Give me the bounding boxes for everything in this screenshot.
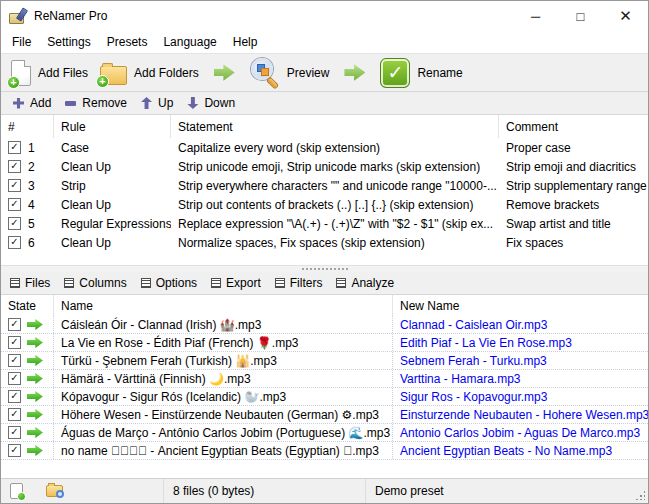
rule-row[interactable]: ✓6 Clean Up Normalize spaces, Fix spaces… bbox=[1, 233, 648, 252]
rule-checkbox[interactable]: ✓ bbox=[8, 179, 21, 192]
columns-menu-icon bbox=[64, 278, 74, 288]
options-menu-icon bbox=[141, 278, 151, 288]
file-row[interactable]: ✓ Kópavogur - Sigur Rós (Icelandic) 🦭.mp… bbox=[1, 388, 648, 406]
maximize-button[interactable]: □ bbox=[558, 1, 603, 31]
add-rule-icon bbox=[13, 98, 24, 109]
file-row[interactable]: ✓ Höhere Wesen - Einstürzende Neubauten … bbox=[1, 406, 648, 424]
add-rule-button[interactable]: Add bbox=[6, 94, 58, 112]
rule-row[interactable]: ✓1 Case Capitalize every word (skip exte… bbox=[1, 138, 648, 157]
file-checkbox[interactable]: ✓ bbox=[8, 372, 21, 385]
move-up-button[interactable]: Up bbox=[134, 94, 180, 112]
rule-statement: Strip out contents of brackets (..) [..]… bbox=[171, 198, 499, 212]
menu-language[interactable]: Language bbox=[155, 32, 224, 52]
rename-state-arrow-icon bbox=[27, 445, 43, 456]
rule-name: Clean Up bbox=[54, 198, 171, 212]
remove-rule-button[interactable]: Remove bbox=[58, 94, 134, 112]
file-row[interactable]: ✓ Hämärä - Värttinä (Finnish) 🌙.mp3 Vart… bbox=[1, 370, 648, 388]
export-menu-button[interactable]: Export bbox=[211, 276, 261, 290]
rename-button[interactable]: ✓ Rename bbox=[374, 55, 468, 91]
file-name: Höhere Wesen - Einstürzende Neubauten (G… bbox=[54, 406, 393, 423]
rule-checkbox[interactable]: ✓ bbox=[8, 198, 21, 211]
files-menu-button[interactable]: Files bbox=[10, 276, 50, 290]
rename-state-arrow-icon bbox=[27, 373, 43, 384]
rule-row[interactable]: ✓3 Strip Strip everywhere characters "" … bbox=[1, 176, 648, 195]
file-row[interactable]: ✓ Türkü - Şebnem Ferah (Turkish) 🕌.mp3 S… bbox=[1, 352, 648, 370]
files-header-state[interactable]: State bbox=[1, 295, 54, 316]
rule-name: Clean Up bbox=[54, 160, 171, 174]
rules-header-statement[interactable]: Statement bbox=[171, 115, 499, 138]
move-up-icon bbox=[141, 97, 152, 109]
preview-label: Preview bbox=[287, 66, 330, 80]
menu-file[interactable]: File bbox=[4, 32, 39, 52]
rules-header-num[interactable]: # bbox=[1, 115, 54, 138]
file-name: no name 𓀀𓀀𓁐𓁐 - Ancient Egyptian Beats (E… bbox=[54, 442, 393, 459]
rule-row[interactable]: ✓2 Clean Up Strip unicode emoji, Strip u… bbox=[1, 157, 648, 176]
title-bar: ReNamer Pro ─ □ ✕ bbox=[1, 1, 648, 31]
rule-name: Case bbox=[54, 141, 171, 155]
rules-header-comment[interactable]: Comment bbox=[499, 115, 648, 138]
preview-button[interactable]: Preview bbox=[244, 55, 336, 91]
rule-checkbox[interactable]: ✓ bbox=[8, 217, 21, 230]
analyze-menu-button[interactable]: Analyze bbox=[336, 276, 394, 290]
columns-menu-button[interactable]: Columns bbox=[64, 276, 126, 290]
rule-statement: Strip unicode emoji, Strip unicode marks… bbox=[171, 160, 499, 174]
rules-header-rule[interactable]: Rule bbox=[54, 115, 171, 138]
rule-comment: Fix spaces bbox=[499, 236, 648, 250]
file-row[interactable]: ✓ no name 𓀀𓀀𓁐𓁐 - Ancient Egyptian Beats … bbox=[1, 442, 648, 460]
file-checkbox[interactable]: ✓ bbox=[8, 426, 21, 439]
filters-menu-button[interactable]: Filters bbox=[275, 276, 323, 290]
files-menu-icon bbox=[10, 278, 20, 288]
status-files-count: 8 files (0 bytes) bbox=[164, 479, 366, 503]
rule-name: Strip bbox=[54, 179, 171, 193]
rename-state-arrow-icon bbox=[27, 409, 43, 420]
rules-table: # Rule Statement Comment ✓1 Case Capital… bbox=[1, 115, 648, 252]
rule-checkbox[interactable]: ✓ bbox=[8, 141, 21, 154]
main-toolbar: + Add Files + Add Folders Preview ✓ Rena… bbox=[1, 53, 648, 92]
file-checkbox[interactable]: ✓ bbox=[8, 336, 21, 349]
file-row[interactable]: ✓ Águas de Março - Antônio Carlos Jobim … bbox=[1, 424, 648, 442]
rename-state-arrow-icon bbox=[27, 319, 43, 330]
add-files-icon: + bbox=[11, 60, 31, 86]
file-checkbox[interactable]: ✓ bbox=[8, 408, 21, 421]
rule-checkbox[interactable]: ✓ bbox=[8, 160, 21, 173]
filters-menu-icon bbox=[275, 278, 285, 288]
rule-statement: Replace expression "\A(.+) - (.+)\Z" wit… bbox=[171, 217, 499, 231]
minimize-button[interactable]: ─ bbox=[513, 1, 558, 31]
splitter-handle[interactable] bbox=[1, 265, 648, 272]
file-checkbox[interactable]: ✓ bbox=[8, 390, 21, 403]
menu-help[interactable]: Help bbox=[225, 32, 266, 52]
file-new-name: Edith Piaf - La Vie En Rose.mp3 bbox=[393, 334, 648, 351]
file-row[interactable]: ✓ Cáisleán Óir - Clannad (Irish) 🏰.mp3 C… bbox=[1, 316, 648, 334]
files-header-new-name[interactable]: New Name bbox=[393, 295, 648, 316]
add-files-button[interactable]: + Add Files bbox=[5, 55, 94, 91]
status-bar: 8 files (0 bytes) Demo preset bbox=[1, 478, 648, 503]
menu-presets[interactable]: Presets bbox=[99, 32, 156, 52]
close-button[interactable]: ✕ bbox=[603, 1, 648, 31]
options-menu-button[interactable]: Options bbox=[141, 276, 197, 290]
rule-checkbox[interactable]: ✓ bbox=[8, 236, 21, 249]
filters-menu-label: Filters bbox=[290, 276, 323, 290]
remove-rule-label: Remove bbox=[82, 96, 127, 110]
file-row[interactable]: ✓ La Vie en Rose - Édith Piaf (French) 🌹… bbox=[1, 334, 648, 352]
file-checkbox[interactable]: ✓ bbox=[8, 444, 21, 457]
file-new-name: Clannad - Caislean Oir.mp3 bbox=[393, 316, 648, 333]
remove-rule-icon bbox=[65, 101, 76, 106]
rules-table-header: # Rule Statement Comment bbox=[1, 115, 648, 138]
rule-number: 1 bbox=[28, 141, 35, 155]
rule-statement: Capitalize every word (skip extension) bbox=[171, 141, 499, 155]
rule-row[interactable]: ✓5 Regular Expressions Replace expressio… bbox=[1, 214, 648, 233]
rule-number: 6 bbox=[28, 236, 35, 250]
preview-hint-icon bbox=[46, 485, 63, 497]
files-header-name[interactable]: Name bbox=[54, 295, 393, 316]
menu-settings[interactable]: Settings bbox=[39, 32, 98, 52]
files-table: State Name New Name ✓ Cáisleán Óir - Cla… bbox=[1, 295, 648, 460]
move-down-button[interactable]: Down bbox=[180, 94, 242, 112]
file-checkbox[interactable]: ✓ bbox=[8, 354, 21, 367]
file-new-name: Sebnem Ferah - Turku.mp3 bbox=[393, 352, 648, 369]
rule-row[interactable]: ✓4 Clean Up Strip out contents of bracke… bbox=[1, 195, 648, 214]
add-folders-button[interactable]: + Add Folders bbox=[94, 55, 205, 91]
rule-number: 2 bbox=[28, 160, 35, 174]
file-checkbox[interactable]: ✓ bbox=[8, 318, 21, 331]
rule-number: 3 bbox=[28, 179, 35, 193]
rules-list-empty-area bbox=[1, 252, 648, 265]
